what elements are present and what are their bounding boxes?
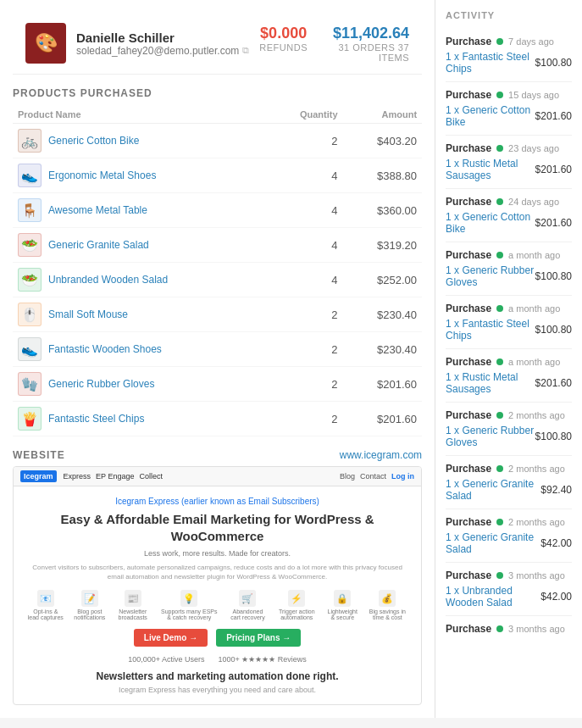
product-cell-1: 👟 Ergonomic Metal Shoes <box>13 158 267 193</box>
website-feature-icon: 💰 <box>379 590 396 607</box>
product-quantity: 2 <box>267 367 343 402</box>
pricing-button[interactable]: Pricing Plans → <box>216 629 301 647</box>
website-feature-icon: 📰 <box>125 590 141 607</box>
activity-product[interactable]: 1 x Generic Cotton Bike <box>446 211 535 235</box>
customer-info: Danielle Schiller soledad_fahey20@demo.p… <box>76 31 249 57</box>
product-amount: $252.00 <box>343 263 423 297</box>
website-nav: Icegram Express EP Engage Collect Blog C… <box>14 467 421 486</box>
activity-time: 24 days ago <box>508 197 559 207</box>
activity-header: Purchase a month ago <box>446 249 572 261</box>
activity-type: Purchase <box>446 356 491 368</box>
activity-product[interactable]: 1 x Fantastic Steel Chips <box>446 51 535 75</box>
header-stats: $0.000 REFUNDS $11,402.64 31 ORDERS 37 I… <box>259 25 409 63</box>
activity-type: Purchase <box>446 570 491 581</box>
activity-item: Purchase 15 days ago 1 x Generic Cotton … <box>446 82 572 136</box>
activity-product[interactable]: 1 x Generic Rubber Gloves <box>446 425 535 448</box>
activity-time: 2 months ago <box>508 410 565 420</box>
activity-dot-icon <box>496 305 503 312</box>
activity-product[interactable]: 1 x Fantastic Steel Chips <box>446 318 535 342</box>
website-icon-item: ⚡Trigger action automations <box>276 590 318 620</box>
activity-header: Purchase a month ago <box>446 356 572 368</box>
product-amount: $388.80 <box>343 158 423 193</box>
website-desc: Convert visitors to subscribers, automat… <box>27 563 407 581</box>
website-icon-item: 🛒Abandoned cart recovery <box>228 590 268 620</box>
table-row: 👟 Ergonomic Metal Shoes 4 $388.80 <box>13 158 422 193</box>
activity-product[interactable]: 1 x Generic Rubber Gloves <box>446 264 535 288</box>
product-cell-2: 🪑 Awesome Metal Table <box>13 193 267 228</box>
activity-product[interactable]: 1 x Unbranded Wooden Salad <box>446 585 540 609</box>
product-name[interactable]: Generic Cotton Bike <box>48 135 139 147</box>
website-feature-icon: 📧 <box>37 590 54 607</box>
activity-header: Purchase 23 days ago <box>446 142 572 154</box>
products-table: Product Name Quantity Amount 🚲 Generic C… <box>13 106 422 436</box>
activity-dot-icon <box>496 38 503 45</box>
website-icons: 📧Opt-ins & lead captures📝Blog post notif… <box>27 590 407 620</box>
product-amount: $360.00 <box>343 193 423 228</box>
activity-dot-icon <box>496 625 503 632</box>
activity-header: Purchase 24 days ago <box>446 196 572 208</box>
table-row: 🧤 Generic Rubber Gloves 2 $201.60 <box>13 367 422 402</box>
product-cell-7: 🧤 Generic Rubber Gloves <box>13 367 267 402</box>
activity-type: Purchase <box>446 89 491 101</box>
activity-detail: 1 x Generic Rubber Gloves $100.80 <box>446 425 572 448</box>
product-name[interactable]: Fantastic Wooden Shoes <box>48 343 162 355</box>
activity-time: 3 months ago <box>508 570 565 581</box>
product-amount: $403.20 <box>343 124 423 158</box>
product-name[interactable]: Ergonomic Metal Shoes <box>48 169 156 181</box>
product-name[interactable]: Small Soft Mouse <box>48 308 128 320</box>
product-name[interactable]: Unbranded Wooden Salad <box>48 274 168 286</box>
activity-detail: 1 x Rustic Metal Sausages $201.60 <box>446 158 572 181</box>
product-icon: 🖱️ <box>18 303 42 326</box>
product-quantity: 4 <box>267 263 343 297</box>
activity-detail: 1 x Fantastic Steel Chips $100.80 <box>446 318 572 342</box>
product-quantity: 4 <box>267 193 343 228</box>
website-buttons[interactable]: Live Demo → Pricing Plans → <box>27 629 407 647</box>
activity-amount: $42.00 <box>540 591 572 603</box>
activity-product[interactable]: 1 x Rustic Metal Sausages <box>446 371 535 395</box>
activity-header: Purchase 2 months ago <box>446 516 572 528</box>
table-row: 🪑 Awesome Metal Table 4 $360.00 <box>13 193 422 228</box>
copy-email-icon[interactable]: ⧉ <box>242 45 249 56</box>
activity-detail: 1 x Rustic Metal Sausages $201.60 <box>446 371 572 395</box>
website-headline: Easy & Affordable Email Marketing for Wo… <box>27 511 407 544</box>
table-row: 🚲 Generic Cotton Bike 2 $403.20 <box>13 124 422 158</box>
activity-dot-icon <box>496 412 503 419</box>
product-amount: $230.40 <box>343 332 423 367</box>
website-bottom-sub: Icegram Express has everything you need … <box>27 686 407 694</box>
activity-time: 2 months ago <box>508 517 565 527</box>
website-url[interactable]: www.icegram.com <box>340 449 422 461</box>
website-subtitle: Icegram Express (earlier known as Email … <box>27 497 407 506</box>
product-name[interactable]: Generic Granite Salad <box>48 239 149 251</box>
product-name[interactable]: Awesome Metal Table <box>48 204 147 216</box>
activity-product[interactable]: 1 x Generic Granite Salad <box>446 531 540 555</box>
activity-detail: 1 x Unbranded Wooden Salad $42.00 <box>446 585 572 609</box>
activity-amount: $100.80 <box>535 57 572 69</box>
website-feature-icon: 🔒 <box>334 590 351 607</box>
website-nav-links: Express EP Engage Collect <box>64 472 163 481</box>
product-cell-6: 👟 Fantastic Wooden Shoes <box>13 332 267 367</box>
activity-product[interactable]: 1 x Rustic Metal Sausages <box>446 158 535 181</box>
website-feature-icon: 🛒 <box>239 590 256 607</box>
activity-header: Purchase 2 months ago <box>446 409 572 421</box>
product-name[interactable]: Fantastic Steel Chips <box>48 413 144 425</box>
activity-dot-icon <box>496 252 503 258</box>
refunds-stat: $0.000 REFUNDS <box>259 25 308 53</box>
activity-product[interactable]: 1 x Generic Granite Salad <box>446 478 540 502</box>
activity-header: Purchase 7 days ago <box>446 36 572 47</box>
activity-time: a month ago <box>508 250 560 260</box>
product-icon: 🥗 <box>18 233 42 257</box>
orders-stat: $11,402.64 31 ORDERS 37 ITEMS <box>333 25 409 63</box>
demo-button[interactable]: Live Demo → <box>134 629 208 647</box>
product-amount: $319.20 <box>343 228 423 263</box>
activity-product[interactable]: 1 x Generic Cotton Bike <box>446 104 535 128</box>
website-feature-icon: 📝 <box>81 590 98 607</box>
activity-type: Purchase <box>446 249 491 261</box>
product-quantity: 2 <box>267 297 343 332</box>
activity-amount: $100.80 <box>535 324 572 336</box>
activity-item: Purchase 2 months ago 1 x Generic Granit… <box>446 509 572 563</box>
activity-time: 7 days ago <box>508 36 554 47</box>
products-section: PRODUCTS PURCHASED Product Name Quantity… <box>13 87 422 436</box>
website-bottom-title: Newsletters and marketing automation don… <box>27 670 407 682</box>
activity-amount: $100.80 <box>535 270 572 282</box>
product-name[interactable]: Generic Rubber Gloves <box>48 378 154 390</box>
